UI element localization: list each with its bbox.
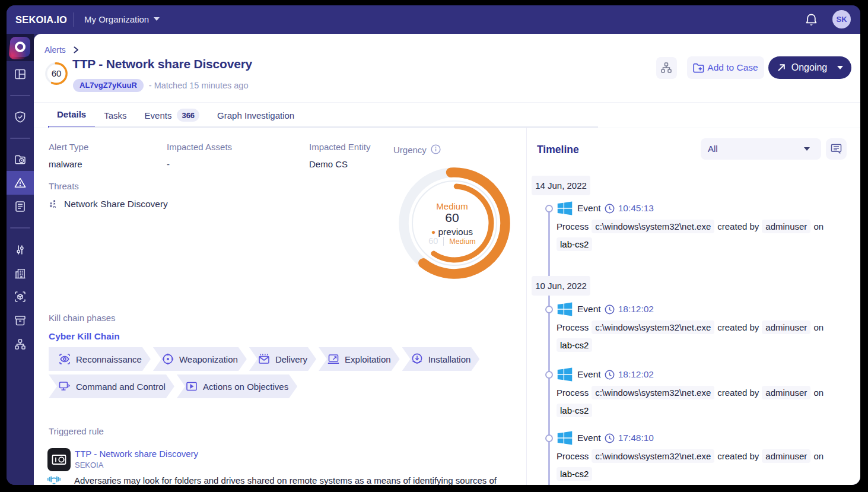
svg-text:60: 60 bbox=[52, 68, 62, 78]
